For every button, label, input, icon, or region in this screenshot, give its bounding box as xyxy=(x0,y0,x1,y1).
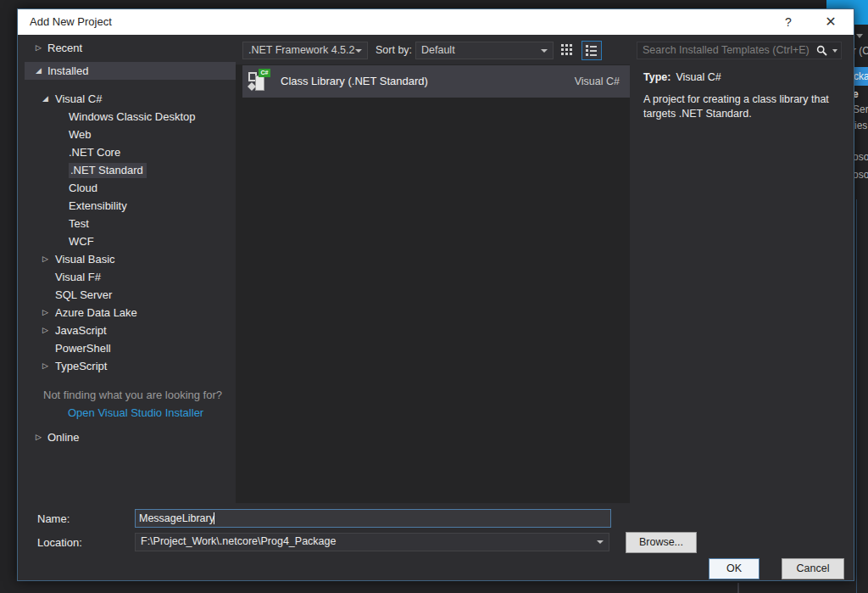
name-input[interactable]: MessageLibrary xyxy=(135,509,611,528)
chevron-right-icon[interactable] xyxy=(42,357,53,375)
template-name: Class Library (.NET Standard) xyxy=(281,65,428,98)
sidebar-item-recent[interactable]: Recent xyxy=(25,39,236,57)
chevron-right-icon[interactable] xyxy=(42,322,53,339)
search-placeholder: Search Installed Templates (Ctrl+E) xyxy=(643,42,810,59)
type-value: Visual C# xyxy=(676,71,721,83)
chevron-right-icon[interactable] xyxy=(42,250,53,268)
sidebar-item-label: Windows Classic Desktop xyxy=(69,110,196,123)
chevron-down-icon xyxy=(597,540,604,544)
chevron-right-icon[interactable] xyxy=(36,39,46,57)
chevron-right-icon[interactable] xyxy=(42,304,53,322)
sidebar-item-label: Visual Basic xyxy=(55,253,115,266)
sidebar-item-online[interactable]: Online xyxy=(25,428,236,446)
sidebar-item-net-standard[interactable]: .NET Standard xyxy=(25,161,236,179)
background-text-fragment: e xyxy=(853,87,868,101)
sidebar-item-label: Online xyxy=(47,431,80,444)
add-new-project-dialog: Add New Project ? ✕ Recent Installed Vis… xyxy=(17,8,854,581)
chevron-expanded-icon[interactable] xyxy=(36,62,46,80)
sidebar-item-label: Test xyxy=(69,217,89,230)
background-selected-row-fragment: cka xyxy=(854,67,868,86)
sidebar-item-label: .NET Core xyxy=(69,146,120,159)
background-splitter-fragment xyxy=(737,583,739,593)
small-icons-view-button[interactable] xyxy=(558,41,578,60)
name-label: Name: xyxy=(37,512,70,525)
search-templates-input[interactable]: Search Installed Templates (Ctrl+E) xyxy=(637,42,842,59)
grid-view-icon xyxy=(561,44,572,55)
sidebar-item-test[interactable]: Test xyxy=(25,215,236,232)
chevron-down-icon xyxy=(541,49,548,53)
background-text-fragment: Serv xyxy=(853,103,868,116)
template-list-panel xyxy=(236,64,630,503)
template-language: Visual C# xyxy=(575,65,620,98)
sidebar-item-powershell[interactable]: PowerShell xyxy=(25,339,236,357)
location-label: Location: xyxy=(37,536,82,549)
sidebar-item-visual-csharp[interactable]: Visual C# xyxy=(25,90,236,108)
sort-dropdown[interactable]: Default xyxy=(415,42,554,59)
sidebar-item-wcf[interactable]: WCF xyxy=(25,232,236,250)
cancel-button[interactable]: Cancel xyxy=(782,558,844,579)
list-view-icon xyxy=(586,45,597,58)
background-titlebar-fragment xyxy=(854,0,868,25)
text-cursor xyxy=(214,512,214,524)
type-label: Type: xyxy=(643,71,670,83)
name-input-value: MessageLibrary xyxy=(139,510,214,527)
sidebar-item-extensibility[interactable]: Extensibility xyxy=(25,197,236,215)
sidebar-item-label: TypeScript xyxy=(55,360,107,372)
sidebar-item-visual-basic[interactable]: Visual Basic xyxy=(25,250,236,268)
sidebar-item-azure-data-lake[interactable]: Azure Data Lake xyxy=(25,304,236,322)
location-dropdown[interactable]: F:\Project_Work\.netcore\Prog4_Package xyxy=(135,533,609,551)
not-finding-text: Not finding what you are looking for? xyxy=(25,386,236,404)
sidebar-item-label: Extensibility xyxy=(69,199,127,212)
help-button[interactable]: ? xyxy=(774,9,803,35)
sidebar-item-net-core[interactable]: .NET Core xyxy=(25,143,236,161)
sidebar-item-windows-classic-desktop[interactable]: Windows Classic Desktop xyxy=(25,108,236,126)
location-value: F:\Project_Work\.netcore\Prog4_Package xyxy=(141,535,336,547)
sidebar-item-label: JavaScript xyxy=(55,324,107,337)
list-view-button[interactable] xyxy=(581,41,602,60)
framework-dropdown-value: .NET Framework 4.5.2 xyxy=(248,44,355,56)
sidebar-item-label: Installed xyxy=(47,64,88,77)
chevron-down-icon xyxy=(355,49,362,53)
sidebar-item-cloud[interactable]: Cloud xyxy=(25,179,236,197)
sidebar-item-typescript[interactable]: TypeScript xyxy=(25,357,236,375)
background-text-fragment: osof xyxy=(853,168,868,182)
framework-dropdown[interactable]: .NET Framework 4.5.2 xyxy=(242,42,368,59)
sidebar-item-javascript[interactable]: JavaScript xyxy=(25,322,236,339)
dialog-title: Add New Project xyxy=(30,9,112,35)
dialog-titlebar[interactable]: Add New Project ? ✕ xyxy=(18,9,854,35)
sidebar-item-label: .NET Standard xyxy=(69,163,147,178)
background-text-fragment: r (C xyxy=(853,44,868,58)
background-text-fragment: osof xyxy=(853,150,868,164)
background-panel-border xyxy=(856,199,857,593)
chevron-down-icon xyxy=(856,34,863,38)
close-button[interactable]: ✕ xyxy=(816,9,845,35)
sidebar-item-label: Azure Data Lake xyxy=(55,306,137,319)
sidebar-item-web[interactable]: Web xyxy=(25,126,236,143)
sidebar-item-label: Visual F# xyxy=(55,271,101,283)
sidebar-item-label: Recent xyxy=(47,42,82,54)
chevron-right-icon[interactable] xyxy=(36,428,46,446)
sidebar-item-label: Visual C# xyxy=(55,92,102,105)
csharp-badge-icon: C# xyxy=(259,69,270,77)
class-library-icon: C# xyxy=(248,70,270,92)
open-vs-installer-link[interactable]: Open Visual Studio Installer xyxy=(25,404,236,422)
sidebar-item-label: PowerShell xyxy=(55,342,111,355)
browse-button[interactable]: Browse... xyxy=(626,532,697,553)
sidebar-item-installed[interactable]: Installed xyxy=(25,62,236,80)
sidebar-item-label: Cloud xyxy=(69,182,97,194)
background-text-fragment: ies xyxy=(854,119,868,132)
sidebar-item-visual-fsharp[interactable]: Visual F# xyxy=(25,268,236,286)
sidebar-item-sql-server[interactable]: SQL Server xyxy=(25,286,236,304)
search-icon[interactable] xyxy=(816,45,827,56)
template-category-tree: Recent Installed Visual C# Windows Class… xyxy=(25,39,236,503)
sidebar-item-label: WCF xyxy=(69,235,94,248)
ok-button[interactable]: OK xyxy=(709,558,760,579)
template-row-class-library[interactable]: C# Class Library (.NET Standard) Visual … xyxy=(242,65,630,98)
sidebar-item-label: SQL Server xyxy=(55,288,112,301)
chevron-expanded-icon[interactable] xyxy=(42,90,53,108)
sidebar-item-label: Web xyxy=(69,128,92,141)
sort-dropdown-value: Default xyxy=(421,44,455,56)
template-description: A project for creating a class library t… xyxy=(643,92,845,121)
chevron-down-icon[interactable] xyxy=(832,49,837,53)
sort-by-label: Sort by: xyxy=(376,42,412,59)
